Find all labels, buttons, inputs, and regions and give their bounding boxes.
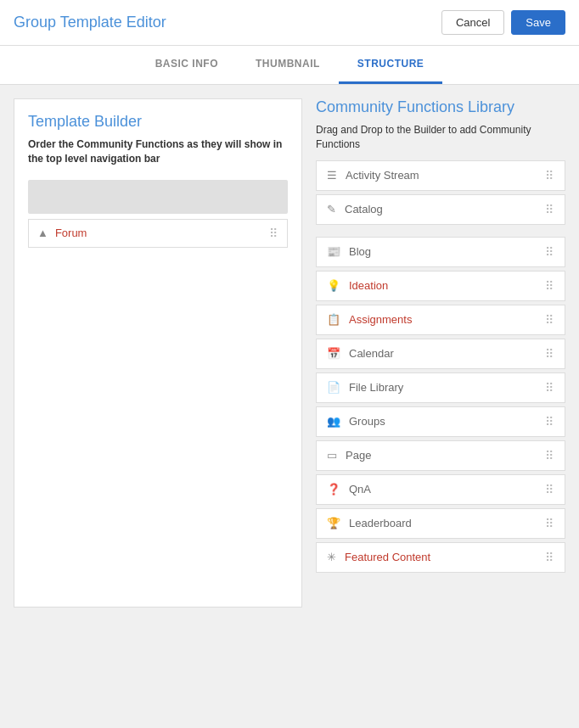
main-content: Template Builder Order the Community Fun… bbox=[0, 85, 579, 621]
page-drag[interactable]: ⠿ bbox=[545, 449, 554, 462]
blog-label: Blog bbox=[349, 245, 371, 258]
assignments-left: 📋 Assignments bbox=[327, 313, 412, 326]
calendar-left: 📅 Calendar bbox=[327, 347, 394, 360]
builder-item-forum-left: ▲ Forum bbox=[37, 227, 87, 239]
function-item-blog[interactable]: 📰 Blog ⠿ bbox=[316, 237, 565, 267]
featured-label: Featured Content bbox=[345, 551, 430, 563]
functions-library: Community Functions Library Drag and Dro… bbox=[316, 98, 565, 608]
header: Group Template Editor Cancel Save bbox=[0, 0, 579, 46]
page-left: ▭ Page bbox=[327, 449, 371, 462]
ideation-drag[interactable]: ⠿ bbox=[545, 279, 554, 293]
blog-drag[interactable]: ⠿ bbox=[545, 245, 554, 259]
qna-left: ❓ QnA bbox=[327, 483, 371, 496]
leaderboard-drag[interactable]: ⠿ bbox=[545, 517, 554, 530]
ideation-left: 💡 Ideation bbox=[327, 279, 388, 292]
function-item-activity-stream[interactable]: ☰ Activity Stream ⠿ bbox=[316, 160, 565, 191]
qna-icon: ❓ bbox=[327, 483, 340, 496]
calendar-icon: 📅 bbox=[327, 347, 340, 360]
activity-stream-label: Activity Stream bbox=[346, 169, 419, 182]
activity-stream-drag[interactable]: ⠿ bbox=[545, 169, 554, 182]
tab-thumbnail[interactable]: THUMBNAIL bbox=[237, 46, 339, 84]
cancel-button[interactable]: Cancel bbox=[441, 10, 504, 35]
groups-icon: 👥 bbox=[327, 415, 340, 428]
forum-icon: ▲ bbox=[37, 227, 48, 239]
function-item-file-library[interactable]: 📄 File Library ⠿ bbox=[316, 372, 565, 403]
save-button[interactable]: Save bbox=[511, 10, 565, 35]
groups-left: 👥 Groups bbox=[327, 415, 385, 428]
builder-item-forum-label: Forum bbox=[55, 227, 87, 239]
page-title: Group Template Editor bbox=[14, 14, 166, 31]
assignments-label: Assignments bbox=[349, 313, 412, 326]
blog-icon: 📰 bbox=[327, 245, 340, 258]
file-library-label: File Library bbox=[349, 381, 403, 394]
library-title: Community Functions Library bbox=[316, 98, 565, 116]
function-item-leaderboard[interactable]: 🏆 Leaderboard ⠿ bbox=[316, 508, 565, 539]
featured-drag[interactable]: ⠿ bbox=[545, 551, 554, 564]
groups-label: Groups bbox=[349, 415, 385, 428]
catalog-left: ✎ Catalog bbox=[327, 203, 383, 216]
function-item-page[interactable]: ▭ Page ⠿ bbox=[316, 440, 565, 471]
file-library-drag[interactable]: ⠿ bbox=[545, 381, 554, 395]
function-item-featured-content[interactable]: ✳ Featured Content ⠿ bbox=[316, 542, 565, 573]
builder-placeholder bbox=[28, 180, 288, 214]
ideation-icon: 💡 bbox=[327, 279, 340, 292]
assignments-drag[interactable]: ⠿ bbox=[545, 313, 554, 327]
function-item-qna[interactable]: ❓ QnA ⠿ bbox=[316, 474, 565, 505]
template-builder-desc: Order the Community Functions as they wi… bbox=[28, 137, 288, 166]
file-library-left: 📄 File Library bbox=[327, 381, 403, 394]
leaderboard-icon: 🏆 bbox=[327, 517, 340, 529]
forum-drag-handle[interactable]: ⠿ bbox=[269, 227, 278, 240]
qna-drag[interactable]: ⠿ bbox=[545, 483, 554, 496]
builder-item-forum[interactable]: ▲ Forum ⠿ bbox=[28, 219, 288, 248]
tab-basic-info[interactable]: BASIC INFO bbox=[137, 46, 237, 84]
template-builder-title: Template Builder bbox=[28, 113, 288, 131]
leaderboard-label: Leaderboard bbox=[349, 517, 412, 529]
function-item-catalog[interactable]: ✎ Catalog ⠿ bbox=[316, 194, 565, 225]
calendar-label: Calendar bbox=[349, 347, 394, 360]
function-item-assignments[interactable]: 📋 Assignments ⠿ bbox=[316, 305, 565, 335]
activity-stream-left: ☰ Activity Stream bbox=[327, 169, 419, 182]
calendar-drag[interactable]: ⠿ bbox=[545, 347, 554, 361]
function-item-groups[interactable]: 👥 Groups ⠿ bbox=[316, 406, 565, 437]
qna-label: QnA bbox=[349, 483, 371, 496]
list-icon: ☰ bbox=[327, 169, 337, 182]
groups-drag[interactable]: ⠿ bbox=[545, 415, 554, 428]
catalog-label: Catalog bbox=[345, 203, 383, 216]
tab-structure[interactable]: STRUCTURE bbox=[339, 46, 443, 84]
header-actions: Cancel Save bbox=[441, 10, 565, 35]
leaderboard-left: 🏆 Leaderboard bbox=[327, 517, 412, 529]
catalog-drag[interactable]: ⠿ bbox=[545, 203, 554, 216]
featured-left: ✳ Featured Content bbox=[327, 551, 430, 563]
template-builder: Template Builder Order the Community Fun… bbox=[14, 98, 302, 608]
page-icon: ▭ bbox=[327, 449, 337, 462]
function-item-calendar[interactable]: 📅 Calendar ⠿ bbox=[316, 339, 565, 369]
tabs-bar: BASIC INFO THUMBNAIL STRUCTURE bbox=[0, 46, 579, 85]
assignments-icon: 📋 bbox=[327, 313, 340, 326]
file-icon: 📄 bbox=[327, 381, 340, 394]
library-desc: Drag and Drop to the Builder to add Comm… bbox=[316, 123, 565, 152]
ideation-label: Ideation bbox=[349, 279, 388, 292]
featured-icon: ✳ bbox=[327, 551, 336, 563]
tag-icon: ✎ bbox=[327, 203, 336, 216]
function-item-ideation[interactable]: 💡 Ideation ⠿ bbox=[316, 271, 565, 301]
blog-left: 📰 Blog bbox=[327, 245, 371, 258]
page-label: Page bbox=[346, 449, 371, 462]
